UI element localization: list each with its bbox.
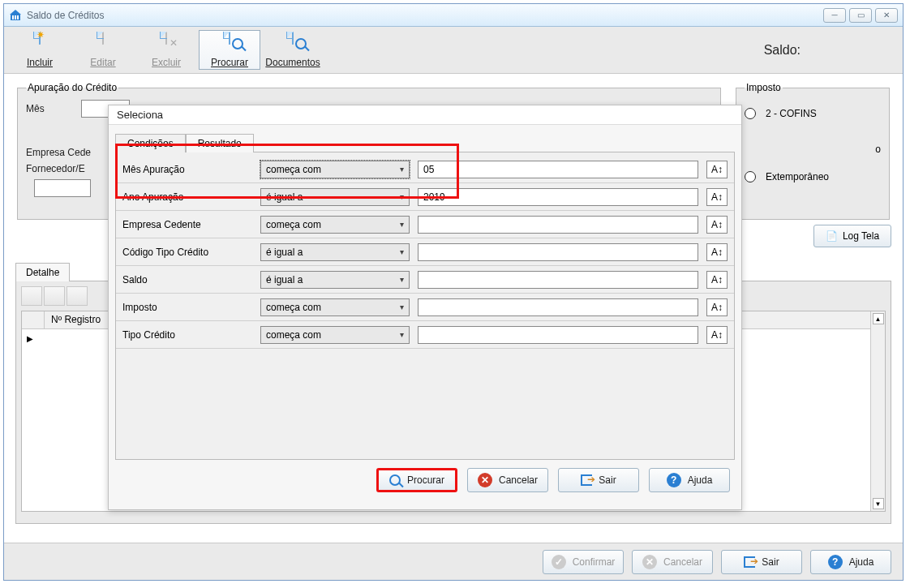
dialog-cancelar-button[interactable]: ✕ Cancelar	[467, 468, 548, 492]
ajuda-button-main[interactable]: ? Ajuda	[810, 550, 891, 574]
mini-btn-2[interactable]	[44, 286, 65, 306]
cond-row-tipo-credito: Tipo Crédito começa com▾ A↕	[116, 321, 734, 349]
dialog-ajuda-button[interactable]: ? Ajuda	[649, 468, 730, 492]
sort-button[interactable]: A↕	[706, 161, 728, 178]
confirmar-button[interactable]: ✓ Confirmar	[543, 550, 624, 574]
edit-doc-icon	[93, 32, 113, 55]
cond-row-saldo: Saldo é igual a▾ A↕	[116, 266, 734, 294]
titlebar: Saldo de Créditos ─ ▭ ✕	[4, 4, 903, 27]
scroll-down-icon[interactable]: ▼	[873, 498, 884, 509]
svg-rect-2	[12, 15, 14, 19]
imposto-legend: Imposto	[745, 82, 783, 93]
chevron-down-icon: ▾	[400, 303, 404, 311]
grid-vscrollbar[interactable]: ▲ ▼	[870, 311, 885, 511]
cond-operator-select[interactable]: começa com▾	[260, 216, 410, 234]
cofins-label: 2 - COFINS	[766, 108, 817, 119]
delete-doc-icon: ✕	[157, 32, 176, 55]
cond-operator-select[interactable]: é igual a▾	[260, 188, 410, 206]
tab-detalhe[interactable]: Detalhe	[15, 263, 70, 281]
mini-btn-1[interactable]	[21, 286, 42, 306]
cond-value-input[interactable]	[418, 298, 698, 316]
dialog-body: Mês Apuração começa com▾ A↕ Ano Apuração…	[115, 152, 735, 460]
sort-button[interactable]: A↕	[706, 188, 728, 206]
radio-cofins[interactable]	[745, 108, 756, 119]
cond-value-input[interactable]	[418, 216, 698, 234]
cond-label: Ano Apuração	[122, 191, 252, 203]
row-pointer-icon: ▶	[27, 334, 33, 343]
exit-icon	[581, 474, 592, 486]
svg-rect-3	[15, 15, 16, 19]
cond-label: Mês Apuração	[122, 164, 252, 175]
x-icon: ✕	[642, 555, 657, 569]
search-doc-icon	[220, 32, 239, 55]
procurar-button[interactable]: Procurar	[199, 30, 260, 70]
mes-label: Mês	[26, 103, 75, 114]
cond-label: Imposto	[122, 302, 252, 313]
marker-o: o	[875, 144, 881, 155]
chevron-down-icon: ▾	[400, 247, 404, 256]
sort-button[interactable]: A↕	[706, 216, 728, 234]
scroll-up-icon[interactable]: ▲	[873, 313, 884, 324]
dialog-sair-button[interactable]: Sair	[558, 468, 639, 492]
cond-value-input[interactable]	[418, 161, 698, 178]
cond-operator-select[interactable]: começa com▾	[260, 161, 410, 178]
cond-value-input[interactable]	[418, 271, 698, 289]
grid-rownum-header	[22, 311, 45, 328]
check-icon: ✓	[552, 555, 566, 569]
cond-operator-select[interactable]: é igual a▾	[260, 271, 410, 289]
main-window: Saldo de Créditos ─ ▭ ✕ ✷ Incluir Editar…	[3, 3, 904, 581]
tab-resultado[interactable]: Resultado	[186, 134, 254, 152]
chevron-down-icon: ▾	[400, 192, 404, 201]
excluir-button[interactable]: ✕ Excluir	[135, 30, 197, 70]
cond-value-input[interactable]	[418, 326, 698, 344]
maximize-button[interactable]: ▭	[849, 8, 872, 23]
sort-button[interactable]: A↕	[706, 298, 728, 316]
apuracao-legend: Apuração do Crédito	[26, 82, 118, 93]
cond-value-input[interactable]	[418, 243, 698, 261]
exit-icon	[744, 556, 755, 568]
imposto-group: Imposto 2 - COFINS o Extemporâneo	[736, 82, 890, 220]
extemporaneo-label: Extemporâneo	[766, 171, 829, 182]
cond-label: Tipo Crédito	[122, 329, 252, 341]
sort-button[interactable]: A↕	[706, 326, 728, 344]
sort-button[interactable]: A↕	[706, 243, 728, 261]
dialog-procurar-button[interactable]: Procurar	[376, 468, 457, 492]
cond-row-ano-apuracao: Ano Apuração é igual a▾ A↕	[116, 183, 734, 211]
incluir-button[interactable]: ✷ Incluir	[9, 30, 71, 70]
tab-condicoes[interactable]: Condições	[115, 134, 186, 152]
chevron-down-icon: ▾	[400, 220, 404, 229]
mini-btn-3[interactable]	[67, 286, 88, 306]
help-icon: ?	[667, 473, 681, 487]
log-tela-button[interactable]: 📄 Log Tela	[813, 225, 891, 247]
sort-icon: A↕	[711, 329, 723, 341]
dialog-buttons: Procurar ✕ Cancelar Sair ? Ajuda	[109, 460, 741, 492]
svg-marker-1	[10, 10, 21, 15]
cond-operator-select[interactable]: começa com▾	[260, 326, 410, 344]
documents-icon	[283, 32, 303, 55]
empresa-cedente-label: Empresa Cede	[26, 147, 107, 158]
documentos-button[interactable]: Documentos	[262, 30, 324, 70]
chevron-down-icon: ▾	[400, 275, 404, 284]
cond-label: Código Tipo Crédito	[122, 247, 252, 258]
radio-extemporaneo[interactable]	[745, 171, 756, 182]
seleciona-dialog: Seleciona Condições Resultado Mês Apuraç…	[108, 105, 742, 510]
fornecedor-input[interactable]	[34, 179, 91, 197]
window-title: Saldo de Créditos	[27, 10, 104, 21]
cond-value-input[interactable]	[418, 188, 698, 206]
dialog-title: Seleciona	[109, 105, 741, 125]
cond-label: Saldo	[122, 274, 252, 285]
sair-button-main[interactable]: Sair	[721, 550, 802, 574]
minimize-button[interactable]: ─	[823, 8, 846, 23]
search-icon	[389, 474, 401, 486]
close-button[interactable]: ✕	[875, 8, 898, 23]
x-icon: ✕	[478, 473, 492, 487]
cond-operator-select[interactable]: é igual a▾	[260, 243, 410, 261]
cancelar-button-main[interactable]: ✕ Cancelar	[632, 550, 713, 574]
new-doc-icon: ✷	[30, 32, 49, 55]
cond-operator-select[interactable]: começa com▾	[260, 298, 410, 316]
cond-label: Empresa Cedente	[122, 219, 252, 230]
main-toolbar: ✷ Incluir Editar ✕ Excluir Procurar Docu…	[4, 27, 903, 74]
help-icon: ?	[828, 555, 843, 569]
sort-button[interactable]: A↕	[706, 271, 728, 289]
editar-button[interactable]: Editar	[72, 30, 134, 70]
